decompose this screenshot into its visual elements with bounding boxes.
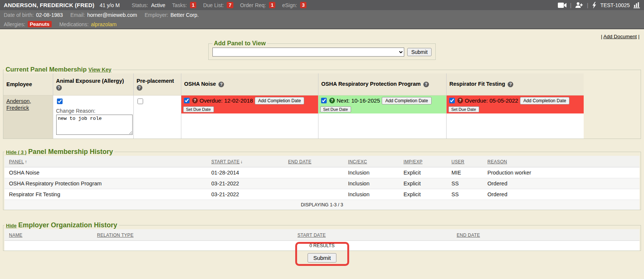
panel-history-legend: Hide ( 3 ) Panel Membership History (4, 148, 114, 156)
pre-placement-column-header: Pre-placement ? (133, 73, 181, 95)
pre-placement-cell (133, 95, 181, 139)
employer-history-hide-link[interactable]: Hide (6, 223, 16, 228)
change-reason-label: Change Reason: (56, 108, 130, 114)
respirator-fit-status-block: ? Overdue: 05-05-2022 Add Completion Dat… (447, 95, 584, 113)
patient-info-bar: Date of birth: 02-08-1983 Email: horner@… (0, 10, 644, 20)
employer-history-legend: Hide Employer Organization History (4, 221, 119, 229)
help-icon[interactable]: ? (56, 85, 62, 91)
change-reason-textarea[interactable]: new to job role (56, 115, 133, 135)
empty-results-row: 0 RESULTS (4, 240, 640, 251)
employee-cell: Anderson, Frederick (3, 95, 53, 139)
toolbar-divider: | (587, 2, 588, 8)
employer-submit-row: Submit (3, 253, 641, 263)
sort-relation-type-header[interactable]: RELATION TYPE (97, 233, 133, 238)
sort-end-date-header[interactable]: END DATE (457, 233, 480, 238)
pagination-row: DISPLAYING 1-3 / 3 (4, 200, 640, 210)
patient-name: ANDERSON, FREDERICK (FRED) (4, 2, 94, 8)
employer-submit-button[interactable]: Submit (308, 253, 336, 263)
sort-incexc-header[interactable]: INC/EXC (348, 159, 367, 164)
employer-history-table: NAME RELATION TYPE START DATE END DATE 0… (4, 229, 640, 251)
sort-name-header[interactable]: NAME (9, 233, 22, 238)
status-value: Active (151, 2, 165, 8)
results-count-text: 0 RESULTS (4, 240, 640, 251)
panel-history-hide-link[interactable]: Hide ( 3 ) (6, 149, 27, 155)
set-due-date-button[interactable]: Set Due Date (320, 106, 351, 112)
current-panel-fieldset: Current Panel Membership View Key Employ… (3, 66, 641, 139)
due-list-label: Due List: (203, 2, 224, 8)
lightning-icon[interactable] (592, 2, 596, 9)
respirator-fit-checkbox[interactable] (449, 98, 455, 103)
medications-value[interactable]: alprazolam (91, 21, 117, 27)
system-id: TEST-10025 (600, 2, 630, 8)
sort-impexp-header[interactable]: IMP/EXP (403, 159, 423, 164)
sort-asc-icon: ↑ (25, 159, 27, 164)
add-document-link[interactable]: Add Document (603, 34, 637, 39)
add-completion-date-button[interactable]: Add Completion Date (382, 97, 431, 104)
employee-link[interactable]: Anderson, Frederick (6, 98, 31, 111)
status-date: 10-16-2025 (351, 97, 380, 104)
due-list-count-badge[interactable]: 7 (227, 2, 233, 8)
sort-end-date-header[interactable]: END DATE (288, 159, 311, 164)
order-req-count-badge[interactable]: 1 (269, 2, 275, 8)
allergies-label: Allergies: (4, 21, 25, 27)
help-icon[interactable]: ? (192, 98, 198, 103)
employer-history-title: Employer Organization History (18, 221, 117, 229)
employer-history-fieldset: Hide Employer Organization History NAME … (3, 221, 641, 251)
osha-noise-column-header: OSHA Noise ? (181, 73, 318, 95)
add-panel-submit-button[interactable]: Submit (407, 48, 432, 56)
sort-start-date-header[interactable]: START DATE (211, 159, 239, 164)
esign-count-badge[interactable]: 3 (300, 2, 306, 8)
pagination-status: DISPLAYING 1-3 / 3 (4, 200, 640, 210)
employer-history-section: Hide Employer Organization History NAME … (3, 221, 641, 263)
email-value: horner@mieweb.com (87, 12, 137, 18)
panel-history-header-row: PANEL↑ START DATE↓ END DATE INC/EXC IMP/… (4, 156, 640, 167)
main-content: | Add Document | Add Panel to View Submi… (0, 29, 644, 263)
osha-respiratory-checkbox[interactable] (321, 98, 327, 103)
set-due-date-button[interactable]: Set Due Date (448, 106, 479, 112)
current-panel-title: Current Panel Membership (6, 66, 87, 73)
help-icon[interactable]: ? (137, 85, 142, 91)
video-camera-icon[interactable] (558, 3, 566, 8)
help-icon[interactable]: ? (218, 82, 224, 87)
sort-desc-icon: ↓ (240, 159, 242, 164)
osha-noise-checkbox[interactable] (184, 98, 190, 103)
osha-respiratory-cell: ? Next: 10-16-2025 Add Completion Date S… (318, 95, 446, 139)
document-links-row: | Add Document | (3, 31, 641, 40)
esign-label: eSign: (282, 2, 297, 8)
add-person-icon[interactable] (575, 2, 583, 8)
animal-exposure-checkbox[interactable] (57, 98, 63, 104)
osha-respiratory-status-block: ? Next: 10-16-2025 Add Completion Date S… (318, 95, 446, 113)
bar-chart-icon[interactable] (634, 2, 640, 8)
sort-panel-header[interactable]: PANEL (9, 159, 24, 164)
current-panel-header-row: Employee Animal Exposure (Allergy) ? Pre… (3, 73, 584, 95)
status-date: 05-05-2022 (489, 97, 518, 104)
help-icon[interactable]: ? (508, 82, 513, 87)
dob-label: Date of birth: (4, 12, 34, 18)
link-divider: | (601, 34, 602, 39)
email-label: Email: (70, 12, 85, 18)
sort-user-header[interactable]: USER (451, 159, 465, 164)
help-icon[interactable]: ? (329, 98, 335, 103)
pre-placement-checkbox[interactable] (137, 98, 143, 104)
sort-start-date-header[interactable]: START DATE (297, 233, 326, 238)
tasks-label: Tasks: (172, 2, 187, 8)
employer-value: Better Corp. (170, 12, 199, 18)
respirator-fit-cell: ? Overdue: 05-05-2022 Add Completion Dat… (446, 95, 584, 139)
add-completion-date-button[interactable]: Add Completion Date (520, 97, 569, 104)
table-row: OSHA Respiratory Protection Program 03-2… (4, 178, 640, 189)
panel-select[interactable] (212, 48, 404, 57)
panel-history-title: Panel Membership History (28, 148, 113, 155)
tasks-count-badge[interactable]: 1 (190, 2, 196, 8)
add-completion-date-button[interactable]: Add Completion Date (255, 97, 304, 104)
help-icon[interactable]: ? (457, 98, 463, 103)
set-due-date-button[interactable]: Set Due Date (183, 106, 214, 112)
allergy-badge[interactable]: Peanuts (28, 21, 52, 27)
animal-exposure-cell: Change Reason: new to job role (53, 95, 133, 139)
current-panel-member-row: Anderson, Frederick Change Reason: new t… (3, 95, 584, 139)
view-key-link[interactable]: View Key (88, 67, 111, 73)
current-panel-table: Employee Animal Exposure (Allergy) ? Pre… (3, 73, 584, 139)
sort-reason-header[interactable]: REASON (487, 159, 507, 164)
table-row: OSHA Noise 01-28-2014 Inclusion Explicit… (4, 167, 640, 178)
help-icon[interactable]: ? (423, 82, 429, 87)
animal-exposure-column-header: Animal Exposure (Allergy) ? (53, 73, 133, 95)
